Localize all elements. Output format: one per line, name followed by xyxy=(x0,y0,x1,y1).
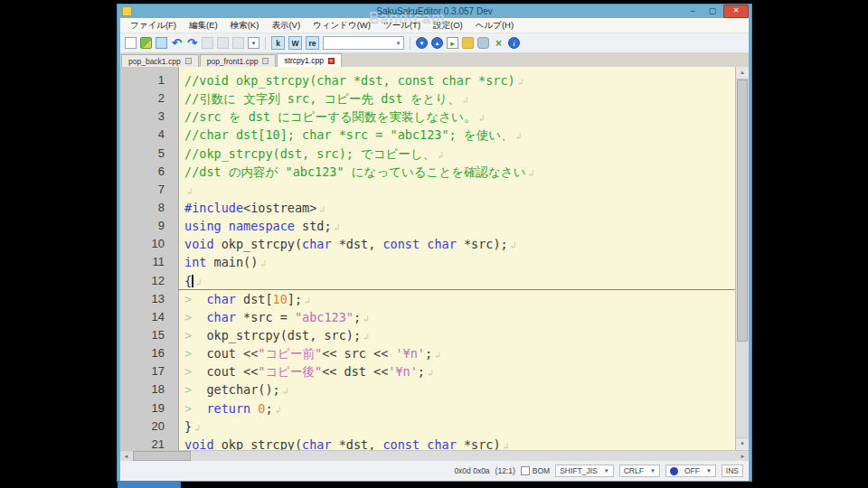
code-line[interactable]: 5//okp_strcpy(dst, src); でコピーし、↲ xyxy=(120,145,735,163)
code-line[interactable]: 16> cout <<"コピー前"<< src << '¥n';↲ xyxy=(120,344,735,362)
tab-label: pop_back1.cpp xyxy=(128,57,181,66)
search-combo[interactable]: ▾ xyxy=(323,36,404,50)
eol-mark-icon: ↲ xyxy=(319,204,325,214)
toggle-k-button[interactable]: k xyxy=(271,36,285,50)
new-file-icon[interactable] xyxy=(125,37,137,49)
code-token: //char dst[10]; char *src = "abc123"; を使… xyxy=(184,127,514,142)
bom-toggle[interactable]: BOM xyxy=(521,466,550,475)
code-line[interactable]: 18> getchar();↲ xyxy=(120,380,735,399)
insert-mode-indicator[interactable]: INS xyxy=(722,465,743,477)
toggle-re-button[interactable]: re xyxy=(306,36,319,50)
menu-item[interactable]: 編集(E) xyxy=(183,20,224,32)
code-token: int xyxy=(184,255,206,269)
line-number: 5 xyxy=(120,145,178,163)
code-line[interactable]: 6//dst の内容が "abc123" になっていることを確認なさい↲ xyxy=(120,163,735,181)
brush-icon[interactable] xyxy=(477,37,489,49)
undo-icon[interactable]: ↶ xyxy=(171,37,183,49)
menu-item[interactable]: ウィンドウ(W) xyxy=(307,20,377,32)
vertical-scroll-thumb[interactable] xyxy=(737,80,748,342)
code-line[interactable]: 1//void okp_strcpy(char *dst, const char… xyxy=(120,71,735,89)
scroll-right-icon[interactable]: ► xyxy=(737,454,749,459)
tab-indent-mark: > xyxy=(184,401,206,416)
code-editor[interactable]: 1//void okp_strcpy(char *dst, const char… xyxy=(120,67,749,450)
tab-close-icon[interactable] xyxy=(185,58,192,64)
list-box-icon[interactable]: ▾ xyxy=(248,37,259,49)
code-line[interactable]: 14> char *src = "abc123";↲ xyxy=(120,308,735,326)
code-line[interactable]: 8#include<iostream>↲ xyxy=(120,199,735,217)
horizontal-scroll-thumb[interactable] xyxy=(133,451,191,461)
line-number: 2 xyxy=(120,89,178,108)
code-line[interactable]: 13> char dst[10];↲ xyxy=(120,290,735,308)
bom-checkbox[interactable] xyxy=(521,466,530,475)
scroll-down-icon[interactable]: ▼ xyxy=(736,437,749,450)
paste-icon[interactable] xyxy=(232,37,244,49)
tools-icon[interactable]: × xyxy=(493,37,505,49)
code-line[interactable]: 9using namespace std;↲ xyxy=(120,217,735,235)
code-token: dst[ xyxy=(236,292,273,306)
title-bar[interactable]: SakuSakuEditor 0.3.057 Dev – ▢ ✕ xyxy=(120,5,749,18)
code-line[interactable]: 19> return 0;↲ xyxy=(120,399,735,418)
chevron-down-icon[interactable]: ▾ xyxy=(393,40,403,47)
code-token: "コピー後" xyxy=(258,364,322,379)
close-button[interactable]: ✕ xyxy=(723,5,749,18)
horizontal-scrollbar[interactable]: ◄ ► xyxy=(120,450,749,461)
save-icon[interactable] xyxy=(140,37,152,49)
code-line[interactable]: 2//引数に 文字列 src, コピー先 dst をとり、↲ xyxy=(120,89,735,108)
find-next-icon[interactable]: ▾ xyxy=(416,37,428,49)
tab-strcpy1.cpp[interactable]: strcpy1.cpp× xyxy=(277,53,341,67)
menu-item[interactable]: ツール(T) xyxy=(377,20,427,32)
scroll-up-icon[interactable]: ▲ xyxy=(736,67,749,80)
code-line[interactable]: 12{↲ xyxy=(120,272,735,290)
code-line[interactable]: 20}↲ xyxy=(120,418,735,436)
menu-item[interactable]: 表示(V) xyxy=(265,20,307,32)
scroll-left-icon[interactable]: ◄ xyxy=(120,454,132,459)
window-title: SakuSakuEditor 0.3.057 Dev xyxy=(120,6,749,16)
tab-bar: pop_back1.cpppop_front1.cppstrcpy1.cpp× xyxy=(120,53,749,67)
code-text: {↲ xyxy=(178,272,735,290)
code-line[interactable]: 11int main()↲ xyxy=(120,253,735,271)
redo-icon[interactable]: ↷ xyxy=(186,37,198,49)
eol-select[interactable]: CRLF ▼ xyxy=(619,465,660,477)
find-prev-icon[interactable]: ▴ xyxy=(431,37,443,49)
search-input[interactable] xyxy=(324,38,393,48)
code-token: 10 xyxy=(273,292,288,306)
toggle-w-button[interactable]: W xyxy=(288,36,302,50)
code-line[interactable]: 7↲ xyxy=(120,181,735,199)
code-line[interactable]: 15> okp_strcpy(dst, src);↲ xyxy=(120,326,735,344)
macro-record-icon xyxy=(670,467,678,475)
tab-pop_back1.cpp[interactable]: pop_back1.cpp xyxy=(121,54,199,67)
menu-item[interactable]: 検索(K) xyxy=(224,20,266,32)
code-line[interactable]: 10void okp_strcpy(char *dst, const char … xyxy=(120,235,735,253)
tab-pop_front1.cpp[interactable]: pop_front1.cpp xyxy=(200,54,277,67)
copy-icon[interactable] xyxy=(217,37,229,49)
code-token: cout << xyxy=(206,346,258,361)
code-line[interactable]: 3//src を dst にコピーする関数を実装しなさい。↲ xyxy=(120,108,735,126)
menu-item[interactable]: ヘルプ(H) xyxy=(469,20,520,32)
code-line[interactable]: 21void okp_strcpy(char *dst, const char … xyxy=(120,436,735,450)
encoding-select[interactable]: SHIFT_JIS ▼ xyxy=(555,465,614,477)
grep-icon[interactable]: ▸ xyxy=(447,37,458,49)
bom-label: BOM xyxy=(533,466,550,475)
cut-icon[interactable] xyxy=(202,37,213,49)
code-text: void okp_strcpy(char *dst, const char *s… xyxy=(178,436,735,450)
tab-indent-mark: > xyxy=(184,382,206,397)
menu-item[interactable]: ファイル(F) xyxy=(124,20,183,32)
toolbar-separator xyxy=(410,37,410,50)
info-icon[interactable]: i xyxy=(508,37,520,49)
code-line[interactable]: 17> cout <<"コピー後"<< dst <<'¥n';↲ xyxy=(120,362,735,380)
bookmark-icon[interactable] xyxy=(462,37,474,49)
code-line[interactable]: 4//char dst[10]; char *src = "abc123"; を… xyxy=(120,126,735,144)
menu-item[interactable]: 設定(O) xyxy=(427,20,469,32)
vertical-scrollbar[interactable]: ▲ ▼ xyxy=(735,67,749,450)
line-number: 1 xyxy=(120,71,178,89)
macro-select[interactable]: OFF ▼ xyxy=(665,465,716,477)
eol-mark-icon: ↲ xyxy=(260,258,266,268)
code-token: <iostream> xyxy=(243,201,316,215)
code-text: > return 0;↲ xyxy=(178,399,735,418)
open-folder-icon[interactable] xyxy=(156,37,167,49)
tab-close-icon[interactable] xyxy=(262,58,269,64)
maximize-button[interactable]: ▢ xyxy=(703,6,722,17)
tab-close-icon[interactable]: × xyxy=(328,58,335,64)
minimize-button[interactable]: – xyxy=(684,6,702,17)
code-token: //dst の内容が "abc123" になっていることを確認なさい xyxy=(184,164,525,179)
